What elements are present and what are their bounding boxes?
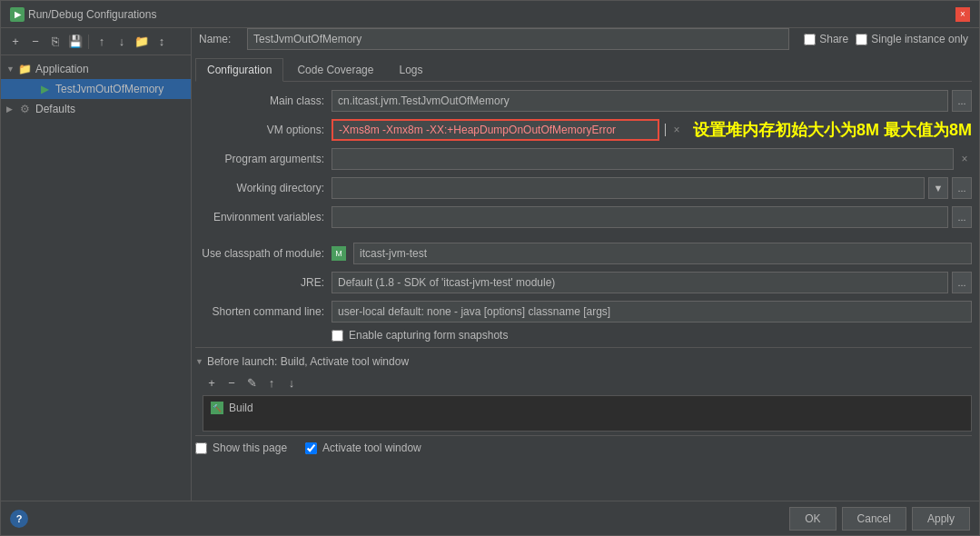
title-bar-left: ▶ Run/Debug Configurations bbox=[10, 7, 156, 22]
tab-code-coverage[interactable]: Code Coverage bbox=[285, 58, 385, 81]
tree-label-defaults: Defaults bbox=[35, 103, 75, 115]
classpath-label: Use classpath of module: bbox=[195, 247, 332, 260]
close-button[interactable]: × bbox=[955, 7, 970, 22]
working-dir-label: Working directory: bbox=[195, 182, 332, 194]
working-dir-input-wrapper: ▼ ... bbox=[332, 177, 972, 199]
vm-options-row: VM options: × 设置堆内存初始大小为8M 最大值为8M bbox=[195, 118, 972, 142]
cursor bbox=[665, 124, 666, 136]
activate-window-option[interactable]: Activate tool window bbox=[305, 442, 421, 454]
before-launch-section: ▼ Before launch: Build, Activate tool wi… bbox=[195, 347, 972, 432]
right-section: Name: Share Single instance only Confi bbox=[192, 28, 979, 501]
tab-logs[interactable]: Logs bbox=[387, 58, 434, 81]
bottom-options: Show this page Activate tool window bbox=[195, 435, 972, 460]
vm-options-label: VM options: bbox=[195, 124, 332, 136]
launch-edit-button[interactable]: ✎ bbox=[243, 373, 261, 392]
launch-add-button[interactable]: + bbox=[203, 373, 221, 392]
save-config-button[interactable]: 💾 bbox=[66, 33, 84, 51]
vm-options-input-wrapper: × bbox=[332, 119, 684, 141]
cancel-button[interactable]: Cancel bbox=[842, 507, 906, 531]
launch-down-button[interactable]: ↓ bbox=[282, 373, 301, 392]
toolbar-divider bbox=[88, 35, 89, 49]
jre-browse-button[interactable]: ... bbox=[952, 272, 972, 293]
remove-config-button[interactable]: − bbox=[26, 33, 45, 51]
share-checkbox-label[interactable]: Share bbox=[804, 33, 848, 45]
classpath-select[interactable]: itcast-jvm-test bbox=[353, 243, 972, 264]
config-area: Main class: ... VM options: × 设置堆内存初始大小为… bbox=[195, 82, 972, 501]
tree-arrow-defaults: ▶ bbox=[6, 104, 17, 114]
run-config-icon: ▶ bbox=[37, 82, 52, 96]
name-row: Name: Share Single instance only bbox=[195, 28, 972, 50]
main-class-row: Main class: ... bbox=[195, 89, 972, 113]
working-dir-input[interactable] bbox=[332, 177, 925, 199]
tree-item-application[interactable]: ▼ 📁 Application bbox=[1, 59, 191, 79]
main-class-label: Main class: bbox=[195, 94, 332, 107]
move-up-button[interactable]: ↑ bbox=[93, 33, 111, 51]
jre-input-wrapper: Default (1.8 - SDK of 'itcast-jvm-test' … bbox=[332, 272, 972, 293]
enable-snapshots-label[interactable]: Enable capturing form snapshots bbox=[195, 329, 508, 342]
shorten-cmd-select-wrapper: user-local default: none - java [options… bbox=[332, 301, 972, 323]
sort-button[interactable]: ↕ bbox=[153, 33, 171, 51]
jre-row: JRE: Default (1.8 - SDK of 'itcast-jvm-t… bbox=[195, 271, 972, 294]
shorten-cmd-select[interactable]: user-local default: none - java [options… bbox=[332, 301, 972, 323]
tab-configuration[interactable]: Configuration bbox=[195, 58, 283, 82]
copy-config-button[interactable]: ⎘ bbox=[46, 33, 64, 51]
program-args-input-wrapper: × bbox=[332, 148, 972, 170]
working-dir-browse-button[interactable]: ... bbox=[952, 177, 972, 199]
activate-window-checkbox[interactable] bbox=[305, 442, 317, 454]
module-icon: M bbox=[332, 246, 346, 261]
launch-list: 🔨 Build bbox=[203, 395, 972, 432]
defaults-icon: ⚙ bbox=[17, 102, 32, 116]
config-tree: ▼ 📁 Application ▶ TestJvmOutOfMemory ▶ bbox=[1, 55, 191, 501]
single-instance-checkbox[interactable] bbox=[856, 34, 867, 45]
program-args-label: Program arguments: bbox=[195, 153, 332, 165]
apply-button[interactable]: Apply bbox=[912, 507, 970, 531]
show-page-option[interactable]: Show this page bbox=[195, 442, 287, 454]
launch-remove-button[interactable]: − bbox=[223, 373, 241, 392]
launch-up-button[interactable]: ↑ bbox=[262, 373, 281, 392]
classpath-select-wrapper: M itcast-jvm-test bbox=[332, 243, 972, 264]
ok-button[interactable]: OK bbox=[789, 507, 836, 531]
shorten-cmd-label: Shorten command line: bbox=[195, 305, 332, 318]
tree-item-defaults[interactable]: ▶ ⚙ Defaults bbox=[1, 99, 191, 119]
env-vars-label: Environment variables: bbox=[195, 211, 332, 223]
env-vars-browse-button[interactable]: ... bbox=[952, 206, 972, 228]
dialog-footer: ? OK Cancel Apply bbox=[1, 501, 979, 535]
tree-arrow-application: ▼ bbox=[6, 65, 17, 74]
annotation-text: 设置堆内存初始大小为8M 最大值为8M bbox=[693, 119, 972, 141]
share-checkbox[interactable] bbox=[804, 34, 816, 45]
tree-label-testjvm: TestJvmOutOfMemory bbox=[55, 83, 163, 95]
add-config-button[interactable]: + bbox=[6, 33, 25, 51]
jre-label: JRE: bbox=[195, 276, 332, 289]
before-launch-label: Before launch: Build, Activate tool wind… bbox=[207, 355, 409, 368]
run-debug-dialog: ▶ Run/Debug Configurations × + − ⎘ 💾 ↑ ↓… bbox=[0, 0, 980, 536]
tree-item-testjvm[interactable]: ▶ TestJvmOutOfMemory bbox=[1, 79, 191, 99]
env-vars-input[interactable] bbox=[332, 206, 948, 228]
help-button[interactable]: ? bbox=[10, 510, 28, 528]
before-launch-arrow: ▼ bbox=[195, 357, 203, 366]
main-class-browse-button[interactable]: ... bbox=[952, 90, 972, 112]
folder-button[interactable]: 📁 bbox=[133, 33, 151, 51]
left-panel: + − ⎘ 💾 ↑ ↓ 📁 ↕ ▼ 📁 Application bbox=[1, 28, 192, 501]
main-class-input-wrapper: ... bbox=[332, 90, 972, 112]
main-class-input[interactable] bbox=[332, 90, 948, 112]
tree-label-application: Application bbox=[35, 63, 89, 75]
move-down-button[interactable]: ↓ bbox=[113, 33, 131, 51]
single-instance-checkbox-label[interactable]: Single instance only bbox=[856, 33, 968, 45]
tabs-row: Configuration Code Coverage Logs bbox=[195, 57, 972, 82]
vm-options-input[interactable] bbox=[332, 119, 659, 141]
working-dir-dropdown-button[interactable]: ▼ bbox=[928, 177, 948, 199]
enable-snapshots-checkbox[interactable] bbox=[332, 330, 343, 342]
program-args-clear-button[interactable]: × bbox=[957, 148, 972, 170]
show-page-checkbox[interactable] bbox=[195, 442, 207, 454]
name-input[interactable] bbox=[247, 28, 789, 50]
name-label: Name: bbox=[199, 33, 240, 45]
content-area: + − ⎘ 💾 ↑ ↓ 📁 ↕ ▼ 📁 Application bbox=[1, 28, 979, 501]
shorten-cmd-row: Shorten command line: user-local default… bbox=[195, 300, 972, 323]
env-vars-row: Environment variables: ... bbox=[195, 205, 972, 229]
jre-select[interactable]: Default (1.8 - SDK of 'itcast-jvm-test' … bbox=[332, 272, 948, 293]
vm-options-clear-button[interactable]: × bbox=[669, 119, 684, 141]
program-args-input[interactable] bbox=[332, 148, 954, 170]
dialog-title: Run/Debug Configurations bbox=[28, 8, 156, 21]
launch-item-build-label: Build bbox=[229, 402, 253, 414]
launch-item-build: 🔨 Build bbox=[207, 400, 967, 416]
